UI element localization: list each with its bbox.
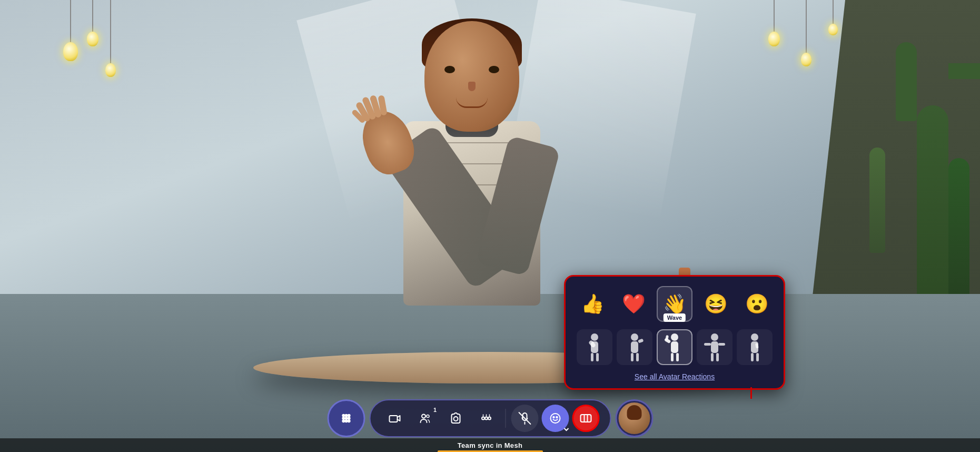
svg-point-27	[342, 415, 344, 417]
avatar-reactions-row	[574, 329, 775, 365]
svg-rect-51	[580, 415, 591, 422]
svg-rect-6	[631, 341, 638, 353]
svg-rect-20	[711, 353, 714, 361]
main-toolbar: 1	[369, 399, 611, 437]
end-call-icon	[579, 412, 592, 425]
participants-icon	[419, 412, 431, 425]
svg-point-30	[342, 417, 344, 419]
svg-rect-3	[591, 353, 593, 361]
svg-point-32	[348, 417, 350, 419]
hanging-light-3	[87, 0, 98, 46]
svg-rect-4	[596, 353, 599, 361]
svg-point-31	[345, 417, 347, 419]
svg-rect-9	[636, 353, 639, 361]
snapshot-button[interactable]	[442, 405, 469, 432]
reactions-button[interactable]	[541, 405, 569, 432]
avatar-head	[424, 21, 519, 132]
avatar-profile-button[interactable]	[615, 399, 653, 437]
svg-point-33	[342, 420, 344, 422]
avatar-react-stand[interactable]	[737, 329, 773, 365]
svg-rect-36	[389, 416, 397, 422]
status-bar: Team sync in Mesh	[0, 438, 980, 452]
reactions-chevron-icon	[562, 426, 570, 433]
svg-rect-7	[638, 339, 644, 343]
svg-point-37	[422, 415, 425, 418]
svg-point-0	[591, 333, 598, 341]
svg-rect-19	[718, 343, 725, 346]
svg-rect-25	[751, 353, 754, 361]
avatar-react-point[interactable]	[577, 329, 612, 365]
svg-rect-26	[756, 353, 759, 361]
svg-rect-11	[671, 341, 678, 353]
status-label: Team sync in Mesh	[458, 441, 522, 449]
participants-count: 1	[433, 407, 437, 413]
hanging-light-6	[828, 0, 838, 35]
participants-button[interactable]: 1	[411, 405, 439, 432]
mute-icon	[518, 412, 531, 425]
snapshot-icon	[449, 412, 462, 425]
svg-point-28	[345, 415, 347, 417]
svg-point-39	[453, 417, 458, 421]
hanging-light-2	[105, 0, 116, 77]
view-button[interactable]	[472, 405, 500, 432]
hanging-light-4	[768, 0, 780, 46]
svg-point-5	[631, 333, 638, 341]
reactions-popup: 👍 ❤️ 👋 Wave 😆 😮	[564, 275, 785, 390]
svg-rect-15	[676, 353, 679, 361]
cactus-decoration	[811, 0, 980, 306]
surprise-btn[interactable]: 😮	[739, 286, 775, 322]
svg-rect-8	[631, 353, 633, 361]
control-bar: 1	[327, 399, 653, 437]
laugh-btn[interactable]: 😆	[698, 286, 734, 322]
svg-point-38	[427, 415, 429, 418]
svg-point-42	[488, 417, 491, 420]
svg-rect-18	[704, 343, 711, 346]
svg-rect-21	[716, 353, 719, 361]
avatar-react-salute[interactable]	[617, 329, 652, 365]
svg-point-48	[550, 414, 560, 423]
see-all-avatar-reactions[interactable]: See all Avatar Reactions	[574, 372, 775, 381]
wave-btn[interactable]: 👋 Wave	[657, 286, 692, 322]
svg-point-22	[751, 333, 758, 341]
svg-point-16	[711, 333, 718, 341]
profile-avatar-mini	[618, 402, 650, 434]
end-call-button[interactable]	[572, 405, 599, 432]
hanging-light-5	[801, 0, 811, 66]
svg-point-40	[482, 417, 484, 420]
emoji-reactions-row: 👍 ❤️ 👋 Wave 😆 😮	[574, 286, 775, 322]
svg-rect-14	[671, 353, 674, 361]
svg-rect-17	[711, 341, 718, 353]
svg-point-41	[485, 417, 488, 420]
reactions-icon	[549, 412, 561, 425]
popup-connector	[750, 387, 752, 399]
svg-point-50	[556, 417, 557, 418]
avatar-react-arms[interactable]	[697, 329, 732, 365]
svg-point-35	[348, 420, 350, 422]
svg-point-10	[671, 333, 678, 341]
camera-icon	[388, 412, 401, 425]
toolbar-divider	[505, 409, 506, 428]
hanging-light-1	[63, 0, 78, 61]
taskbar-button[interactable]	[327, 399, 365, 437]
thumbsup-btn[interactable]: 👍	[575, 286, 610, 322]
svg-point-34	[345, 420, 347, 422]
avatar-react-wave[interactable]	[657, 329, 692, 365]
view-icon	[480, 412, 492, 425]
heart-btn[interactable]: ❤️	[616, 286, 651, 322]
camera-button[interactable]	[381, 405, 408, 432]
svg-point-49	[553, 417, 554, 418]
mute-button[interactable]	[511, 405, 538, 432]
apps-icon	[340, 412, 352, 425]
svg-point-29	[348, 415, 350, 417]
wave-label: Wave	[664, 313, 686, 322]
